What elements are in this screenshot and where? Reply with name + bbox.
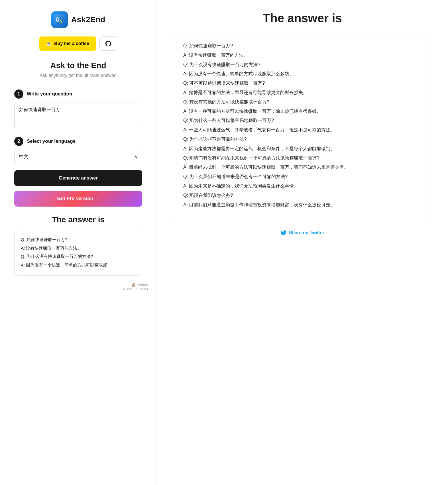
answer-heading-left: The answer is (52, 215, 105, 224)
twitter-icon (280, 230, 287, 236)
left-panel: Q A Ask2End ☕ Buy me a coffee Ask to the… (0, 0, 157, 485)
answer-box-left: Q: 如何快速赚取一百万? A: 没有快速赚取一百万的方法。 Q: 为什么没有快… (14, 230, 142, 276)
svg-text:A: A (59, 19, 62, 24)
right-qa-7: Q: 有没有其他的方法可以快速赚取一百万? (183, 98, 421, 106)
left-qa-3: Q: 为什么没有快速赚取一百万的方法? (21, 253, 136, 260)
step2-label: 2 Select your language (14, 137, 142, 146)
right-qa-10: A: 一些人可能通过运气、才华或者手气获得一百万，但这不是可靠的方法。 (183, 126, 421, 134)
right-qa-15: Q: 为什么我们不知道未来是否会有一个可靠的方法? (183, 173, 421, 181)
right-qa-17: Q: 那现在我们该怎么办? (183, 191, 421, 200)
github-icon (105, 40, 112, 47)
right-qa-9: Q: 那为什么一些人可以很容易地赚取一百万? (183, 117, 421, 125)
generate-button[interactable]: Generate answer (14, 170, 142, 186)
right-qa-1: Q: 如何快速赚取一百万? (183, 42, 421, 50)
right-qa-8: A: 没有一种可靠的方法可以快速赚取一百万，除非你已经有很多钱。 (183, 107, 421, 116)
right-qa-5: Q: 可不可以通过赌博来快速赚取一百万? (183, 79, 421, 87)
question-input[interactable]: 如何快速赚取一百万 (14, 103, 142, 128)
right-qa-6: A: 赌博是不可靠的方法，而且还有可能导致更大的财务损失。 (183, 89, 421, 97)
watermark-line1: ahhhfs (137, 283, 148, 287)
watermark: 🧸 ahhhfs AHHHFS.COM (123, 283, 148, 291)
logo-icon: Q A (51, 11, 68, 28)
right-qa-3: Q: 为什么没有快速赚取一百万的方法? (183, 61, 421, 69)
sub-heading: Ask anything, get the ultimate answer! (40, 73, 117, 78)
coffee-icon: ☕ (46, 41, 52, 46)
right-qa-11: Q: 为什么这些不是可靠的方法? (183, 135, 421, 144)
right-qa-2: A: 没有快速赚取一百万的方法。 (183, 51, 421, 60)
pro-button[interactable]: Get Pro version → (14, 191, 142, 207)
twitter-share-button[interactable]: Share on Twitter (280, 230, 324, 236)
left-qa-2: A: 没有快速赚取一百万的方法。 (21, 244, 136, 252)
answer-heading-right: The answer is (174, 11, 431, 25)
buttons-row: ☕ Buy me a coffee (39, 36, 117, 51)
watermark-emoji: 🧸 (131, 283, 137, 287)
language-select[interactable]: 中文 English 日本語 (14, 150, 142, 163)
language-select-wrapper: 中文 English 日本語 ∧ (14, 150, 142, 163)
twitter-label: Share on Twitter (289, 230, 324, 235)
left-qa-1: Q: 如何快速赚取一百万? (21, 236, 136, 243)
github-button[interactable] (99, 36, 117, 51)
step2-text: Select your language (27, 138, 76, 144)
coffee-label: Buy me a coffee (54, 41, 89, 46)
answer-box-right: Q: 如何快速赚取一百万? A: 没有快速赚取一百万的方法。 Q: 为什么没有快… (174, 34, 431, 218)
step1-circle: 1 (14, 89, 23, 99)
watermark-line2: AHHHFS.COM (123, 287, 148, 291)
right-qa-14: A: 目前尚未找到一个可靠的方法可以快速赚取一百万，我们不知道未来是否会有。 (183, 163, 421, 172)
right-qa-13: Q: 那我们有没有可能在未来找到一个可靠的方法来快速赚取一百万? (183, 154, 421, 162)
right-qa-18: A: 目前我们只能通过勤奋工作和理智投资来增加财富，没有什么捷径可走。 (183, 201, 421, 209)
step1-label: 1 Write your question (14, 89, 142, 99)
app-title: Ask2End (71, 15, 105, 24)
main-heading: Ask to the End (50, 61, 106, 70)
left-qa-4: A: 因为没有一个快速、简单的方式可以赚取那 (21, 261, 136, 269)
step1-text: Write your question (27, 91, 72, 97)
coffee-button[interactable]: ☕ Buy me a coffee (39, 36, 96, 51)
right-qa-4: A: 因为没有一个快速、简单的方式可以赚取那么多钱。 (183, 70, 421, 78)
step2-circle: 2 (14, 137, 23, 146)
right-qa-16: A: 因为未来是不确定的，我们无法预测会发生什么事情。 (183, 182, 421, 190)
svg-text:Q: Q (56, 17, 60, 22)
right-qa-12: A: 因为这些方法都需要一定的运气、机会和条件，不是每个人都能够做到。 (183, 145, 421, 153)
logo-area: Q A Ask2End (51, 11, 105, 28)
right-panel: The answer is Q: 如何快速赚取一百万? A: 没有快速赚取一百万… (157, 0, 448, 485)
